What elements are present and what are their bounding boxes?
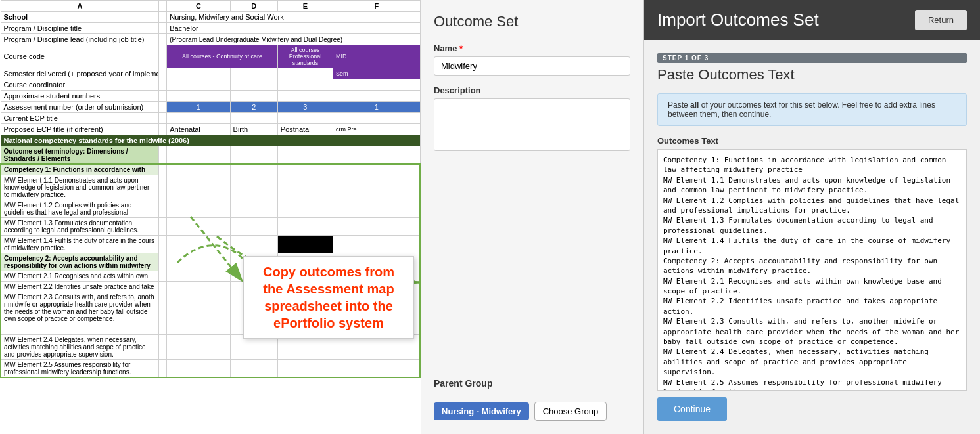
program-value: Bachelor [167,23,420,34]
mw14-cell: MW Element 1.4 Fulfils the duty of care … [1,236,159,253]
col-d-header: D [230,1,277,12]
table-row: MW Element 1.3 Formulates documentation … [1,218,420,236]
table-row: MW Element 1.1 Demonstrates and acts upo… [1,175,420,200]
step-badge: STEP 1 OF 3 [657,53,967,63]
program-lead-value: (Program Lead Undergraduate Midwifery an… [167,34,420,45]
table-row: Course code All courses - Continuity of … [1,45,420,68]
parent-group-label: Parent Group [434,378,630,389]
table-row: Semester delivered (+ proposed year of i… [1,68,420,79]
program-label: Program / Discipline title [1,23,159,34]
table-row: Program / Discipline lead (including job… [1,34,420,45]
national-comp-cell: National competency standards for the mi… [1,135,420,146]
sem-cell: Sem [333,68,420,79]
right-panel-header: Import Outcomes Set Return [644,0,980,40]
school-value: Nursing, Midwifery and Social Work [167,12,420,23]
outcomes-label: Outcomes Text [657,136,967,146]
school-label: School [1,12,159,23]
table-row: Outcome set terminology: Dimensions / St… [1,146,420,165]
mw23-cell: MW Element 2.3 Consults with, and refers… [1,292,159,335]
annotation-text: Copy outcomes from the Assessment map sp… [254,263,404,332]
col-e-header: E [277,1,333,12]
num4-cell: 1 [333,102,420,113]
semester-label: Semester delivered (+ proposed year of i… [1,68,159,79]
spreadsheet-panel: A C D E F School Nursing, Midwifery and … [0,0,421,434]
table-row: Proposed ECP title (if different) Antena… [1,124,420,135]
mid-cell: MID [333,45,420,68]
outcomes-textarea[interactable] [657,149,967,391]
proposed-ecp-label: Proposed ECP title (if different) [1,124,159,135]
mw22-cell: MW Element 2.2 Identifies unsafe practic… [1,282,159,292]
info-prefix: Paste [668,100,690,110]
paste-outcomes-title: Paste Outcomes Text [657,66,967,83]
name-input[interactable] [434,56,630,76]
table-row: Competency 1: Functions in accordance wi… [1,164,420,175]
annotation-box: Copy outcomes from the Assessment map sp… [243,256,414,339]
return-button[interactable]: Return [915,10,967,30]
table-row: MW Element 1.4 Fulfils the duty of care … [1,236,420,253]
table-row: Course coordinator [1,79,420,91]
all-courses-cell: All courses - Continuity of care [167,45,278,68]
name-label: Name * [434,43,630,53]
assessment-label: Assessement number (order of submission) [1,102,159,113]
mw24-cell: MW Element 2.4 Delegates, when necessary… [1,335,159,360]
mw25-cell: MW Element 2.5 Assumes responsibility fo… [1,360,159,378]
parent-group-row: Nursing - Midwifery Choose Group [434,395,630,421]
comp1-cell: Competency 1: Functions in accordance wi… [1,164,159,175]
current-ecp-label: Current ECP title [1,113,159,124]
mw13-cell: MW Element 1.3 Formulates documentation … [1,218,159,236]
mw21-cell: MW Element 2.1 Recognises and acts withi… [1,271,159,282]
table-row: Current ECP title [1,113,420,124]
col-b-header [159,1,167,12]
approx-label: Approximate student numbers [1,91,159,102]
num3-cell: 3 [277,102,333,113]
table-row: Approximate student numbers [1,91,420,102]
description-label: Description [434,85,630,95]
course-code-label: Course code [1,45,159,68]
antenatal-cell: Antenatal [167,124,230,135]
outcome-set-title: Outcome Set [434,13,630,30]
info-box: Paste all of your outcomes text for this… [657,93,967,126]
required-star: * [457,43,463,53]
num2-cell: 2 [230,102,277,113]
num1-cell: 1 [167,102,230,113]
birth-cell: Birth [230,124,277,135]
all-prof-cell: All courses Professional standards [277,45,333,68]
comp2-cell: Competency 2: Accepts accountability and… [1,253,159,271]
description-textarea[interactable] [434,98,630,151]
mw12-cell: MW Element 1.2 Complies with policies an… [1,200,159,218]
choose-group-button[interactable]: Choose Group [534,402,607,421]
postnatal-cell: Postnatal [277,124,333,135]
table-row: Program / Discipline title Bachelor [1,23,420,34]
table-row: School Nursing, Midwifery and Social Wor… [1,12,420,23]
col-f-header: F [333,1,420,12]
right-panel: Import Outcomes Set Return STEP 1 OF 3 P… [644,0,980,434]
col-a-header: A [1,1,159,12]
continue-button[interactable]: Continue [657,397,727,421]
group-tag: Nursing - Midwifery [434,402,529,420]
info-bold: all [690,100,699,110]
coordinator-label: Course coordinator [1,79,159,91]
import-title: Import Outcomes Set [657,10,819,30]
outcome-set-panel: Outcome Set Name * Description Parent Gr… [421,0,644,434]
right-panel-content: STEP 1 OF 3 Paste Outcomes Text Paste al… [644,40,980,434]
table-row: MW Element 2.5 Assumes responsibility fo… [1,360,420,378]
info-suffix: of your outcomes text for this set below… [668,100,935,119]
program-lead-label: Program / Discipline lead (including job… [1,34,159,45]
table-row: Assessement number (order of submission)… [1,102,420,113]
outcome-set-term-cell: Outcome set terminology: Dimensions / St… [1,146,159,165]
table-row: MW Element 1.2 Complies with policies an… [1,200,420,218]
mw11-cell: MW Element 1.1 Demonstrates and acts upo… [1,175,159,200]
table-row: National competency standards for the mi… [1,135,420,146]
col-c-header: C [167,1,230,12]
